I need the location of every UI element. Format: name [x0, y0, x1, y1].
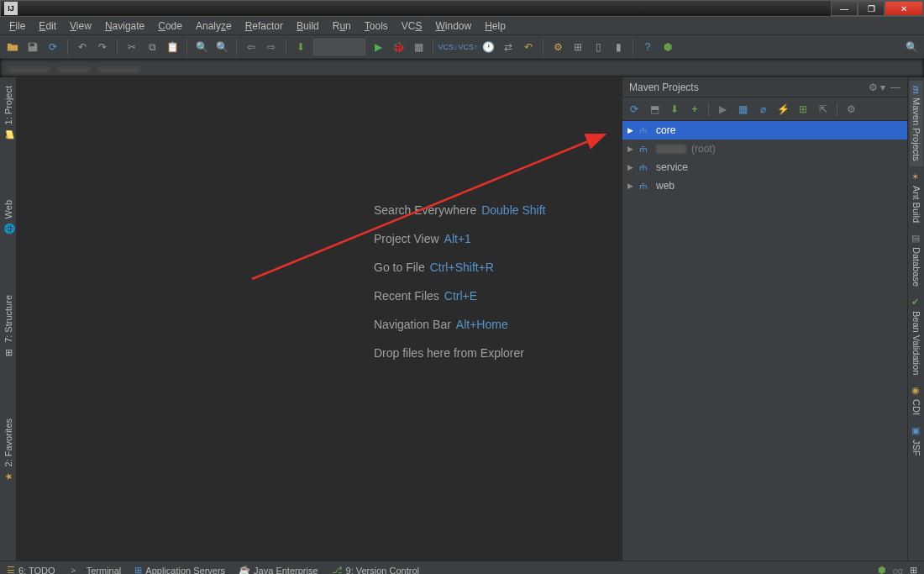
- project-structure-icon[interactable]: ⊞: [570, 39, 585, 55]
- download-icon[interactable]: ⬇: [668, 103, 681, 116]
- windows-icon[interactable]: ⊞: [910, 565, 917, 574]
- menu-edit[interactable]: Edit: [33, 18, 62, 34]
- paste-icon[interactable]: 📋: [165, 39, 180, 55]
- menu-code[interactable]: Code: [152, 18, 188, 34]
- right-tool-tabs: mMaven Projects ✶Ant Build ▤Database ✔Be…: [907, 77, 924, 561]
- replace-icon[interactable]: 🔍: [214, 39, 229, 55]
- maven-toolbar: ⟳ ⬒ ⬇ + ▶ ▦ ⌀ ⚡ ⊞ ⇱ ⚙: [622, 97, 907, 121]
- left-tool-tabs: 📁1: Project 🌐Web ⊞7: Structure ★2: Favor…: [0, 77, 17, 561]
- bottom-tab-appservers[interactable]: ⊞Application Servers: [134, 565, 225, 574]
- menu-analyze[interactable]: Analyze: [190, 18, 238, 34]
- app-icon: IJ: [4, 2, 18, 15]
- find-icon[interactable]: 🔍: [194, 39, 209, 55]
- run-icon[interactable]: ▶: [370, 39, 386, 55]
- undo-icon[interactable]: ↶: [75, 39, 90, 55]
- bottom-tab-terminal[interactable]: ＞_Terminal: [69, 564, 122, 574]
- vcs-diff-icon[interactable]: ⇄: [501, 39, 516, 55]
- maven-project-core[interactable]: ▶m̄core: [622, 121, 907, 140]
- sdk-icon[interactable]: ▯: [591, 39, 606, 55]
- sidebar-tab-project[interactable]: 📁1: Project: [1, 81, 16, 145]
- sidebar-tab-favorites[interactable]: ★2: Favorites: [1, 413, 16, 487]
- maven-tree: ▶m̄core ▶m̄(root) ▶m̄service ▶m̄web: [622, 121, 907, 561]
- maven-panel-title: Maven Projects: [629, 82, 699, 93]
- hint-drop-files: Drop files here from Explorer: [374, 346, 545, 360]
- add-maven-icon[interactable]: +: [688, 103, 701, 116]
- menu-build[interactable]: Build: [291, 18, 325, 34]
- main-toolbar: ⟳ ↶ ↷ ✂ ⧉ 📋 🔍 🔍 ⇦ ⇨ ⬇ ▶ 🐞 ▦ VCS↓ VCS↑ 🕐 …: [0, 35, 924, 59]
- sidebar-tab-web[interactable]: 🌐Web: [1, 195, 16, 239]
- right-tab-beanvalidation[interactable]: ✔Bean Validation: [909, 292, 923, 380]
- vcs-revert-icon[interactable]: ↶: [521, 39, 536, 55]
- maximize-button[interactable]: ❐: [858, 1, 885, 16]
- menu-tools[interactable]: Tools: [359, 18, 394, 34]
- editor-area: Search EverywhereDouble Shift Project Vi…: [17, 77, 622, 561]
- sidebar-tab-structure[interactable]: ⊞7: Structure: [1, 290, 16, 363]
- forward-icon[interactable]: ⇨: [264, 39, 279, 55]
- maven-project-web[interactable]: ▶m̄web: [622, 176, 907, 195]
- menu-vcs[interactable]: VCS: [396, 18, 428, 34]
- android-icon[interactable]: ▮: [611, 39, 626, 55]
- copy-icon[interactable]: ⧉: [144, 39, 160, 55]
- redo-icon[interactable]: ↷: [95, 39, 110, 55]
- bottom-tool-tabs: ☰6: TODO ＞_Terminal ⊞Application Servers…: [0, 561, 924, 574]
- execute-goal-icon[interactable]: ▦: [736, 103, 749, 116]
- menu-help[interactable]: Help: [479, 18, 512, 34]
- generate-sources-icon[interactable]: ⬒: [648, 103, 661, 116]
- welcome-hints: Search EverywhereDouble Shift Project Vi…: [374, 203, 545, 360]
- maven-panel: Maven Projects ⚙ ▾ — ⟳ ⬒ ⬇ + ▶ ▦ ⌀ ⚡ ⊞ ⇱…: [622, 77, 907, 561]
- help-icon[interactable]: ?: [640, 39, 655, 55]
- reimport-icon[interactable]: ⟳: [627, 103, 641, 116]
- vcs-history-icon[interactable]: 🕐: [480, 39, 496, 55]
- save-icon[interactable]: [25, 39, 40, 55]
- menu-file[interactable]: File: [3, 18, 31, 34]
- skip-tests-icon[interactable]: ⚡: [776, 103, 790, 116]
- bottom-tab-vcs[interactable]: ⎇9: Version Control: [332, 565, 419, 574]
- menu-view[interactable]: View: [64, 18, 97, 34]
- toggle-offline-icon[interactable]: ⌀: [756, 103, 769, 116]
- vcs-update-icon[interactable]: VCS↓: [440, 39, 455, 55]
- coverage-icon[interactable]: ▦: [411, 39, 426, 55]
- right-tab-jsf[interactable]: ▣JSF: [909, 420, 923, 461]
- build-icon[interactable]: ⬇: [293, 39, 308, 55]
- hint-recent-files: Recent FilesCtrl+E: [374, 289, 545, 303]
- collapse-all-icon[interactable]: ⇱: [816, 103, 830, 116]
- menu-navigate[interactable]: Navigate: [99, 18, 150, 34]
- status-right-text: og: [893, 566, 903, 575]
- cut-icon[interactable]: ✂: [124, 39, 139, 55]
- right-tab-database[interactable]: ▤Database: [909, 228, 923, 292]
- vcs-commit-icon[interactable]: VCS↑: [460, 39, 475, 55]
- bottom-tab-todo[interactable]: ☰6: TODO: [7, 565, 55, 574]
- maven-panel-header: Maven Projects ⚙ ▾ —: [622, 77, 907, 97]
- svg-rect-0: [30, 43, 34, 46]
- panel-hide-icon[interactable]: —: [890, 82, 900, 93]
- menu-window[interactable]: Window: [429, 18, 477, 34]
- jrebel-icon[interactable]: ⬢: [660, 39, 675, 55]
- debug-icon[interactable]: 🐞: [391, 39, 406, 55]
- jrebel-status-icon[interactable]: ⬢: [878, 565, 886, 574]
- window-titlebar: IJ — ❐ ✕: [0, 0, 924, 17]
- run-config-dropdown[interactable]: [313, 39, 365, 55]
- maven-project-service[interactable]: ▶m̄service: [622, 158, 907, 176]
- panel-settings-icon[interactable]: ⚙ ▾: [869, 82, 885, 93]
- right-tab-cdi[interactable]: ◉CDI: [909, 380, 923, 420]
- minimize-button[interactable]: —: [831, 1, 858, 16]
- show-dependencies-icon[interactable]: ⊞: [796, 103, 810, 116]
- hint-go-to-file: Go to FileCtrl+Shift+R: [374, 261, 545, 274]
- right-tab-ant[interactable]: ✶Ant Build: [909, 166, 923, 228]
- back-icon[interactable]: ⇦: [244, 39, 259, 55]
- settings-icon[interactable]: ⚙: [550, 39, 565, 55]
- close-button[interactable]: ✕: [885, 1, 923, 16]
- refresh-icon[interactable]: ⟳: [45, 39, 60, 55]
- hint-project-view: Project ViewAlt+1: [374, 232, 545, 245]
- maven-settings-icon[interactable]: ⚙: [844, 103, 858, 116]
- open-icon[interactable]: [5, 39, 20, 55]
- bottom-tab-javaee[interactable]: ☕Java Enterprise: [239, 565, 318, 574]
- hint-search-everywhere: Search EverywhereDouble Shift: [374, 203, 545, 217]
- right-tab-maven[interactable]: mMaven Projects: [910, 81, 923, 166]
- menu-run[interactable]: Run: [327, 18, 357, 34]
- maven-project-root[interactable]: ▶m̄(root): [622, 140, 907, 158]
- run-maven-icon[interactable]: ▶: [716, 103, 729, 116]
- menu-refactor[interactable]: Refactor: [239, 18, 289, 34]
- search-icon[interactable]: 🔍: [904, 39, 919, 55]
- hint-navigation-bar: Navigation BarAlt+Home: [374, 318, 545, 331]
